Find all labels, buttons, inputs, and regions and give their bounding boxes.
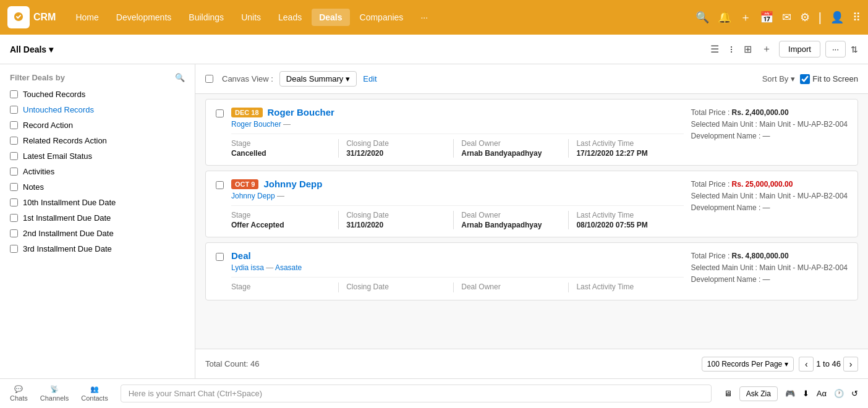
clock-icon[interactable]: 🕐 [834, 389, 844, 398]
app-logo[interactable]: CRM [7, 6, 56, 28]
add-button[interactable]: ＋ [759, 40, 774, 58]
gamepad-icon[interactable]: 🎮 [785, 389, 795, 398]
activities-checkbox[interactable] [10, 168, 18, 176]
content-area: Canvas View : Deals Summary ▾ Edit Sort … [195, 64, 868, 378]
download-icon[interactable]: ⬇ [802, 389, 809, 398]
contacts-tab[interactable]: 👥 Contacts [81, 385, 108, 402]
search-icon[interactable]: 🔍 [696, 11, 709, 24]
fit-to-screen-button[interactable]: Fit to Screen [800, 74, 858, 84]
deal-3-separator: — [266, 263, 275, 272]
nav-buildings[interactable]: Buildings [181, 9, 231, 26]
text-size-icon[interactable]: Aα [817, 389, 827, 398]
deal-2-right: Total Price : Rs. 25,000,000.00 Selected… [691, 179, 848, 215]
bell-icon[interactable]: 🔔 [718, 11, 731, 24]
filter-2nd-installment[interactable]: 2nd Installment Due Date [10, 229, 185, 238]
deal-1-name[interactable]: Roger Boucher [268, 107, 334, 117]
filter-touched-records[interactable]: Touched Records [10, 90, 185, 99]
fit-screen-checkbox[interactable] [800, 74, 810, 84]
canvas-view-label: Canvas View : [222, 74, 273, 83]
filter-email-status[interactable]: Latest Email Status [10, 151, 185, 161]
nav-developments[interactable]: Developments [109, 9, 179, 26]
deal-2-main-unit-label: Selected Main Unit : [691, 192, 757, 200]
deal-1-sub: Roger Boucher — [231, 120, 684, 129]
calendar-icon[interactable]: 📅 [760, 11, 773, 24]
sort-icon[interactable]: ⇅ [851, 45, 858, 54]
notes-checkbox[interactable] [10, 183, 18, 191]
filter-related-records[interactable]: Related Records Action [10, 136, 185, 145]
deal-2-checkbox[interactable] [216, 181, 224, 189]
sort-by-button[interactable]: Sort By ▾ [762, 74, 796, 83]
deal-2-sub-name[interactable]: Johnny Depp [231, 192, 275, 200]
record-action-checkbox[interactable] [10, 121, 18, 129]
deal-2-name[interactable]: Johnny Depp [263, 179, 322, 189]
chats-label: Chats [10, 394, 28, 402]
filter-1st-installment[interactable]: 1st Installment Due Date [10, 213, 185, 223]
more-options-button[interactable]: ··· [825, 41, 846, 57]
deal-3-sub: Lydia issa — Asasate [231, 263, 684, 272]
2nd-installment-label: 2nd Installment Due Date [23, 229, 114, 238]
history-icon[interactable]: ↺ [851, 389, 858, 398]
deal-3-name[interactable]: Deal [231, 250, 251, 261]
select-all-checkbox[interactable] [205, 75, 213, 83]
deal-card-1: DEC 18 Roger Boucher Roger Boucher — Sta… [205, 99, 858, 166]
grid-icon[interactable]: ⠿ [853, 11, 861, 24]
mail-icon[interactable]: ✉ [782, 11, 791, 24]
deal-3-checkbox[interactable] [216, 253, 224, 261]
records-per-page-select[interactable]: 100 Records Per Page ▾ [702, 357, 794, 372]
nav-deals[interactable]: Deals [312, 9, 349, 26]
prev-page-button[interactable]: ‹ [799, 357, 814, 372]
import-button[interactable]: Import [779, 41, 820, 57]
filter-activities[interactable]: Activities [10, 167, 185, 176]
chats-icon: 💬 [14, 385, 23, 393]
edit-button[interactable]: Edit [363, 74, 377, 83]
next-page-button[interactable]: › [843, 357, 858, 372]
channels-label: Channels [40, 394, 69, 402]
smart-chat-input[interactable]: Here is your Smart Chat (Ctrl+Space) [121, 385, 712, 402]
filter-3rd-installment[interactable]: 3rd Installment Due Date [10, 244, 185, 253]
filter-notes[interactable]: Notes [10, 182, 185, 192]
plus-icon[interactable]: ＋ [740, 10, 751, 25]
filter-record-action[interactable]: Record Action [10, 121, 185, 130]
nav-more[interactable]: ··· [413, 9, 435, 26]
nav-units[interactable]: Units [234, 9, 268, 26]
filter-10th-installment[interactable]: 10th Installment Due Date [10, 198, 185, 207]
screen-icon[interactable]: 🖥 [724, 389, 732, 398]
user-icon[interactable]: 👤 [830, 11, 844, 24]
deal-1-sub-name[interactable]: Roger Boucher [231, 120, 281, 129]
settings-icon[interactable]: ⚙ [800, 11, 810, 24]
2nd-installment-checkbox[interactable] [10, 229, 18, 237]
deal-3-closing-label: Closing Date [346, 283, 446, 291]
1st-installment-checkbox[interactable] [10, 214, 18, 222]
deal-2-main-unit: Selected Main Unit : Main Unit - MU-AP-B… [691, 190, 848, 202]
ask-zia-button[interactable]: Ask Zia [739, 386, 778, 401]
nav-leads[interactable]: Leads [271, 9, 309, 26]
nav-home[interactable]: Home [68, 9, 106, 26]
3rd-installment-label: 3rd Installment Due Date [23, 244, 112, 253]
all-deals-button[interactable]: All Deals ▾ [10, 45, 53, 54]
activities-label: Activities [23, 167, 54, 176]
deal-3-sub-name[interactable]: Lydia issa [231, 263, 264, 272]
touched-records-checkbox[interactable] [10, 90, 18, 98]
deal-3-sub-name2[interactable]: Asasate [275, 263, 302, 272]
filter-untouched-records[interactable]: Untouched Records [10, 105, 185, 114]
smart-chat-placeholder: Here is your Smart Chat (Ctrl+Space) [129, 389, 262, 398]
canvas-view-select[interactable]: Deals Summary ▾ [279, 71, 357, 87]
fit-screen-label: Fit to Screen [812, 74, 858, 83]
column-view-button[interactable]: ⫶ [726, 41, 736, 57]
deal-1-checkbox[interactable] [216, 109, 224, 117]
email-status-checkbox[interactable] [10, 152, 18, 160]
channels-tab[interactable]: 📡 Channels [40, 385, 69, 402]
sidebar-search-icon[interactable]: 🔍 [175, 73, 185, 82]
deal-1-main-unit-value: Main Unit - MU-AP-B2-004 [759, 120, 848, 129]
chats-tab[interactable]: 💬 Chats [10, 385, 28, 402]
filter-button[interactable]: ⊞ [741, 41, 754, 57]
nav-companies[interactable]: Companies [352, 9, 411, 26]
related-records-checkbox[interactable] [10, 137, 18, 145]
untouched-records-checkbox[interactable] [10, 106, 18, 114]
deal-1-dev-name: Development Name : — [691, 130, 848, 142]
deal-1-owner-label: Deal Owner [461, 139, 561, 148]
list-view-button[interactable]: ☰ [708, 41, 721, 57]
10th-installment-checkbox[interactable] [10, 198, 18, 206]
deal-2-owner-value: Arnab Bandyapadhyay [461, 221, 561, 229]
3rd-installment-checkbox[interactable] [10, 245, 18, 253]
